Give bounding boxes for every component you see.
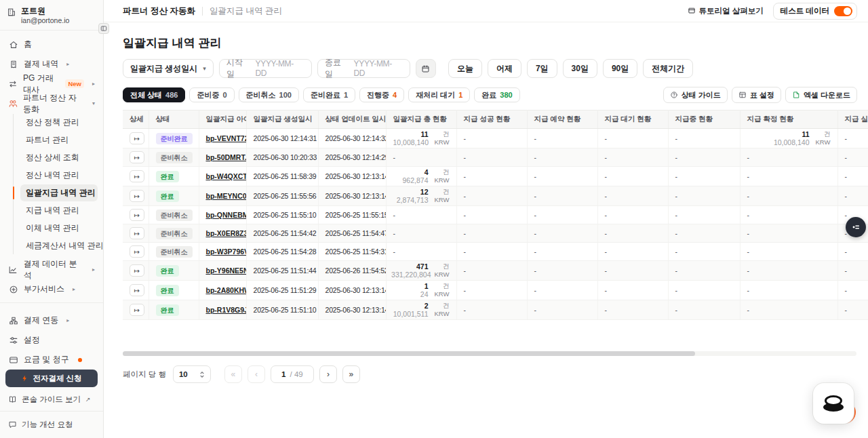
quick-range-button[interactable]: 7일 [527,59,557,78]
sidebar-item[interactable]: 설정 [4,330,99,350]
console-guide-link[interactable]: 콘솔 가이드 보기 ↗ [5,390,98,409]
column-header: 지급 확정 현황 [740,111,837,129]
status-badge: 완료 [156,171,179,182]
sidebar-subitem[interactable]: 일괄지급 내역 관리 [20,184,98,201]
sidebar-collapse-button[interactable] [98,23,109,34]
status-tab[interactable]: 준비중0 [189,87,234,102]
sidebar-item[interactable]: 요금 및 청구 [4,350,99,370]
status-badge: 준비완료 [156,133,193,144]
sidebar-item[interactable]: 결제 내역▸ [4,54,99,74]
updated-at-cell: 2025-06-30 12:13:14 [318,186,386,206]
quick-range-button[interactable]: 오늘 [448,59,482,78]
row-detail-button[interactable]: ↦ [130,245,144,258]
sidebar-item[interactable]: 부가서비스▸ [4,279,99,299]
sidebar-item[interactable]: 홈 [4,35,99,54]
sidebar-item[interactable]: 결제 연동▸ [4,311,99,330]
empty-value: - [605,286,608,294]
sidebar-subitem[interactable]: 지급 내역 관리 [20,202,98,219]
row-detail-button[interactable]: ↦ [130,227,144,239]
batch-id-link[interactable]: bp-X0ER8Z38 [206,229,247,237]
new-badge: New [65,79,84,88]
sidebar-item[interactable]: 파트너 정산 자동화▾ [4,94,99,113]
batch-id-link[interactable]: bp-VEVNT72Y [206,134,247,142]
status-guide-button[interactable]: 상태 가이드 [663,87,728,103]
date-type-select[interactable]: 일괄지급 생성일시 ▾ [123,59,214,78]
status-tab[interactable]: 완료380 [474,87,519,102]
row-detail-button[interactable]: ↦ [130,151,144,163]
sidebar-subitem[interactable]: 정산 상세 조회 [20,149,98,166]
last-page-button[interactable]: » [342,365,360,383]
scrollbar-thumb[interactable] [123,351,695,356]
feature-request-link[interactable]: 기능 개선 요청 [5,415,98,434]
empty-value: - [675,211,678,219]
excel-download-button[interactable]: 엑셀 다운로드 [785,87,857,103]
chat-launcher-button[interactable] [813,383,854,424]
row-detail-button[interactable]: ↦ [130,190,144,202]
sidebar-subitem[interactable]: 이체 내역 관리 [20,220,98,237]
status-tab[interactable]: 전체 상태486 [123,87,185,102]
row-detail-button[interactable]: ↦ [130,209,144,221]
batch-id-link[interactable]: bp-R1V8G9J4 [206,306,247,314]
status-tab[interactable]: 진행중4 [359,87,404,102]
sidebar-subitem[interactable]: 세금계산서 내역 관리 [20,237,98,254]
batch-id-link[interactable]: bp-W4QXCTP8 [206,172,247,180]
money-cell: 2건10,001,511KRW [386,300,456,320]
org-switcher[interactable]: 포트원 ian@portone.io [0,0,103,30]
empty-cell: - [597,281,668,300]
batch-id-link[interactable]: bp-QNNEBM... [206,211,247,219]
status-tab[interactable]: 준비취소100 [239,87,299,102]
status-tab[interactable]: 준비완료1 [303,87,355,102]
calendar-button[interactable] [416,59,436,78]
row-detail-button[interactable]: ↦ [130,304,144,316]
tutorial-button[interactable]: 튜토리얼 살펴보기 [688,6,764,16]
updated-at-cell: 2025-06-25 11:55:15 [318,206,386,224]
quick-range-button[interactable]: 30일 [563,59,597,78]
rows-per-page-select[interactable]: 10 [173,365,211,383]
action-button-label: 상태 가이드 [682,90,721,100]
empty-value: - [605,134,608,142]
amount-row: 2,874,713KRW [393,196,450,204]
page-indicator[interactable]: 1 / 49 [271,365,314,383]
empty-cell: - [668,281,740,300]
sidebar-item-label: 부가서비스 [24,283,64,295]
horizontal-scrollbar[interactable] [123,351,856,356]
prev-page-button[interactable]: ‹ [248,365,265,383]
empty-cell: - [456,129,527,148]
batch-id-link[interactable]: bp-50DMRT... [206,153,247,161]
end-date-input[interactable]: 종료일 YYYY-MM-DD [317,59,410,78]
next-page-button[interactable]: › [319,365,337,383]
batch-id-link[interactable]: bp-W3P796V0 [206,247,247,256]
batch-id-link[interactable]: bp-Y96NE5N1 [206,266,247,275]
batch-id-link[interactable]: bp-2A80KHWR [206,286,247,294]
sidebar-subitem[interactable]: 정산 정책 관리 [20,114,98,131]
currency-unit: KRW [432,290,450,298]
status-tab[interactable]: 재처리 대기1 [408,87,470,102]
sidebar-item[interactable]: 결제 데이터 분석▸ [4,260,99,279]
feedback-side-button[interactable] [846,217,866,237]
building-icon [7,7,16,17]
table-row: ↦완료bp-R1V8G9J42025-06-25 11:51:102025-06… [123,300,868,320]
quick-range-button[interactable]: 전체기간 [643,59,693,78]
status-cell: 준비취소 [149,206,199,224]
sidebar-subitem[interactable]: 정산 내역 관리 [20,167,98,184]
empty-cell: - [527,186,597,206]
first-page-button[interactable]: « [224,365,242,383]
row-detail-button[interactable]: ↦ [130,170,144,182]
empty-value: - [747,306,750,314]
quick-range-button[interactable]: 어제 [488,59,521,78]
test-data-toggle[interactable]: 테스트 데이터 [773,3,857,20]
sidebar-subitem[interactable]: 파트너 관리 [20,132,98,148]
quick-range-button[interactable]: 90일 [603,59,637,78]
row-detail-button[interactable]: ↦ [130,264,144,277]
row-detail-button[interactable]: ↦ [130,132,144,144]
start-date-input[interactable]: 시작일 YYYY-MM-DD [219,59,312,78]
count-row: 2건 [393,302,450,310]
epay-apply-button[interactable]: 전자결제 신청 [5,370,98,387]
row-detail-button[interactable]: ↦ [130,284,144,296]
batch-id-link[interactable]: bp-MEYNC0... [206,192,247,200]
status-cell: 준비취소 [149,243,199,261]
table-settings-button[interactable]: 표 설정 [732,87,781,103]
sidebar-item[interactable]: PG 거래대사New▸ [4,74,99,94]
amount-block: 2건10,001,511KRW [393,302,450,318]
money-cell: - [386,224,456,243]
